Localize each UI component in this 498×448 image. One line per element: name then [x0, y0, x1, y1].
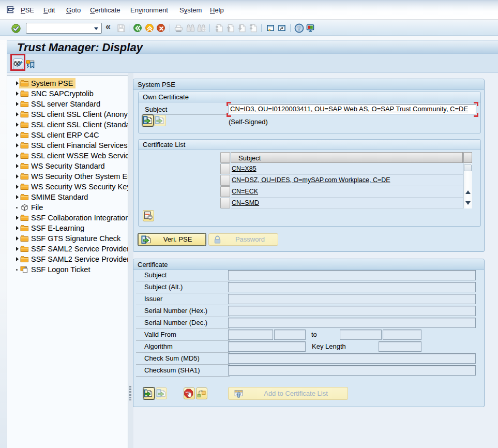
valid-from-time-input[interactable] [274, 330, 306, 340]
customize-layout-icon[interactable] [306, 23, 315, 33]
last-page-icon[interactable] [248, 23, 258, 33]
valid-from-date-input[interactable] [228, 330, 273, 340]
valid-to-time-input[interactable] [383, 330, 421, 340]
tree-item[interactable]: WS Security Other System Encryption [7, 171, 128, 182]
menu-help[interactable]: Help [210, 2, 224, 19]
cancel-icon[interactable] [157, 24, 165, 33]
tree-expander-icon[interactable] [16, 123, 19, 127]
certificate-field-input[interactable] [228, 353, 476, 364]
tree-item[interactable]: SSF Logon Ticket [7, 264, 128, 275]
next-page-icon[interactable] [237, 23, 247, 33]
import-own-certificate-button[interactable] [154, 115, 166, 126]
certificate-field-input[interactable] [228, 282, 476, 292]
splitter-grip[interactable] [129, 386, 131, 400]
previous-page-icon[interactable] [225, 23, 235, 33]
own-subject-field[interactable]: CN=ID3, OU=I0120003411, OU=SAP Web AS, O… [229, 104, 476, 114]
command-dropdown-icon[interactable] [94, 27, 98, 30]
tree-expander-icon[interactable] [16, 257, 19, 261]
tree-expander-icon[interactable] [16, 174, 19, 178]
first-page-icon[interactable] [214, 23, 224, 33]
menu-certificate[interactable]: Certificate [90, 2, 120, 19]
exit-icon[interactable] [145, 24, 154, 33]
back-icon[interactable] [133, 24, 142, 33]
collapse-icon[interactable]: « [105, 21, 111, 32]
table-row-select-cell[interactable] [220, 198, 230, 208]
table-row-select-cell[interactable] [220, 175, 230, 186]
tree-item[interactable]: SSF SAML2 Service Provider - S [7, 254, 128, 264]
certificate-field-input[interactable] [228, 306, 476, 316]
tree-item[interactable]: System PSE [7, 78, 128, 88]
tree-item[interactable]: File [7, 202, 128, 213]
export-certificate-button[interactable] [156, 387, 167, 399]
menu-environment[interactable]: Environment [130, 2, 168, 19]
tree-expander-icon[interactable] [16, 92, 19, 96]
certificate-field-input[interactable] [228, 365, 476, 376]
tree-item[interactable]: SNC SAPCryptolib [7, 88, 128, 99]
tree-item[interactable]: SSF E-Learning [7, 223, 128, 233]
tree-expander-icon[interactable] [16, 133, 19, 137]
tree-item[interactable]: SSL client Financial Services [7, 140, 128, 151]
tree-item[interactable]: SSF Collaboration Integration [7, 213, 128, 223]
export-own-certificate-button[interactable] [142, 115, 154, 126]
find-next-icon[interactable] [197, 23, 207, 33]
remove-from-list-button[interactable] [143, 210, 154, 221]
tree-expander-icon[interactable] [16, 154, 19, 158]
certificate-subject-link[interactable]: CN=ECK [232, 188, 258, 195]
tree-expander-icon[interactable] [16, 185, 19, 189]
tree-expander-icon[interactable] [16, 236, 19, 241]
table-row[interactable]: CN=SMD [231, 198, 463, 209]
tree-item[interactable]: WS Security Standard [7, 161, 128, 171]
certificate-field-input[interactable] [228, 270, 476, 280]
tree-item[interactable]: SSL client ERP C4C [7, 130, 128, 140]
verify-pse-button[interactable]: Veri. PSE [138, 233, 206, 246]
algorithm-input[interactable] [228, 341, 306, 352]
import-certificate-button[interactable] [143, 387, 155, 399]
help-icon[interactable] [294, 23, 304, 33]
menu-system[interactable]: System [179, 2, 202, 19]
tree-item[interactable]: SSL client SSL Client (Standard) [7, 120, 128, 130]
own-subject-value[interactable]: CN=ID3, OU=I0120003411, OU=SAP Web AS, O… [229, 104, 476, 114]
stop-button[interactable] [184, 387, 195, 399]
table-row[interactable]: CN=ECK [231, 186, 463, 198]
table-row-select-cell[interactable] [220, 163, 230, 174]
tree-expander-icon[interactable] [16, 112, 19, 116]
system-menu-icon[interactable] [7, 6, 14, 13]
tree-expander-icon[interactable] [16, 195, 19, 199]
save-icon[interactable] [116, 23, 126, 33]
password-button[interactable]: Password [208, 233, 278, 246]
tree-item[interactable]: WS Security WS Security Keys [7, 182, 128, 192]
table-scroll-up-button[interactable] [463, 186, 472, 198]
certificate-field-input[interactable] [228, 294, 476, 304]
table-vscrollbar-thumb[interactable] [464, 165, 472, 171]
table-row[interactable]: CN=DSZ, OU=IDES, O=mySAP.com Workplace, … [231, 175, 463, 186]
table-scroll-down-button[interactable] [463, 198, 472, 208]
create-shortcut-icon[interactable] [277, 23, 286, 33]
certificate-subject-link[interactable]: CN=DSZ, OU=IDES, O=mySAP.com Workplace, … [232, 176, 390, 184]
enter-icon[interactable] [11, 24, 21, 33]
certificate-subject-link[interactable]: CN=SMD [232, 199, 259, 206]
key-length-input[interactable] [379, 341, 421, 352]
add-to-certificate-list-button[interactable]: Add to Certificate List [228, 387, 348, 400]
menu-edit[interactable]: Edit [43, 2, 55, 19]
certificate-subject-link[interactable]: CN=X85 [232, 165, 256, 172]
table-column-header-subject[interactable]: Subject [231, 152, 463, 163]
tree-item[interactable]: SSL client WSSE Web Service Security [7, 151, 128, 161]
menu-goto[interactable]: Goto [66, 2, 81, 19]
tree-item[interactable]: SSL client SSL Client (Anonymous) [7, 109, 128, 120]
command-field[interactable] [26, 23, 102, 34]
tree-expander-icon[interactable] [16, 226, 19, 230]
new-session-icon[interactable] [266, 23, 275, 33]
tree-expander-icon[interactable] [16, 81, 19, 85]
certificate-field-input[interactable] [228, 318, 476, 328]
tree-item[interactable]: SSF SAML2 Service Provider - E [7, 244, 128, 254]
table-row-select-cell[interactable] [220, 186, 230, 197]
table-select-all-cell[interactable] [220, 152, 230, 163]
tree-item[interactable]: SMIME Standard [7, 192, 128, 202]
distribute-button[interactable] [26, 60, 35, 68]
tree-expander-icon[interactable] [16, 164, 19, 168]
tree-expander-icon[interactable] [16, 247, 19, 251]
valid-to-date-input[interactable] [340, 330, 382, 340]
swap-button[interactable] [196, 387, 207, 399]
table-row[interactable]: CN=X85 [231, 163, 463, 175]
tree-expander-icon[interactable] [16, 143, 19, 147]
